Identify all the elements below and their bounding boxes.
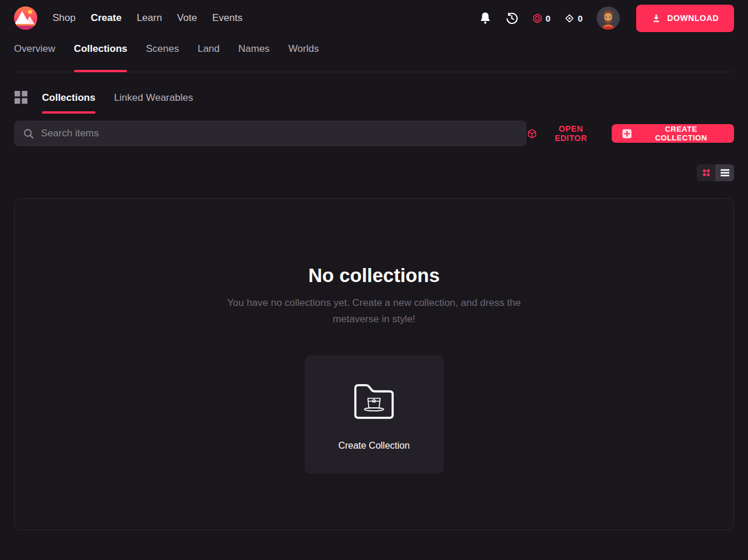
- collections-tabs-row: Collections Linked Wearables: [14, 92, 734, 114]
- page: Shop Create Learn Vote Events: [0, 0, 748, 560]
- download-button[interactable]: DOWNLOAD: [636, 5, 734, 32]
- tabs: Collections Linked Wearables: [42, 92, 193, 114]
- nav-item-events[interactable]: Events: [212, 12, 242, 24]
- top-navigation: Shop Create Learn Vote Events: [52, 12, 242, 24]
- mana-icon: [532, 13, 542, 23]
- download-icon: [651, 13, 661, 23]
- download-label: DOWNLOAD: [667, 13, 719, 23]
- mana-balance[interactable]: 0: [532, 13, 551, 23]
- nav-item-vote[interactable]: Vote: [177, 12, 197, 24]
- polygon-mana-balance[interactable]: 0: [564, 13, 583, 23]
- view-toggle-row: [14, 164, 734, 181]
- decentraland-logo-icon[interactable]: [14, 6, 37, 30]
- folder-hat-icon: [351, 382, 397, 423]
- search-and-actions-row: OPEN EDITOR CREATE COLLECTION: [14, 121, 734, 146]
- open-editor-button[interactable]: OPEN EDITOR: [527, 124, 600, 143]
- tab-linked-wearables[interactable]: Linked Wearables: [114, 92, 193, 114]
- polygon-mana-balance-value: 0: [578, 13, 583, 23]
- search-input[interactable]: [41, 128, 517, 139]
- subnav-item-worlds[interactable]: Worlds: [288, 43, 319, 72]
- view-mode-toggle: [697, 164, 734, 181]
- open-editor-label: OPEN EDITOR: [542, 124, 599, 143]
- list-view-icon: [720, 168, 730, 177]
- nav-item-shop[interactable]: Shop: [52, 12, 76, 24]
- plus-square-icon: [622, 129, 632, 139]
- cube-icon: [527, 128, 538, 139]
- list-view-button[interactable]: [715, 164, 734, 181]
- subnav-item-scenes[interactable]: Scenes: [146, 43, 179, 72]
- create-collection-card[interactable]: Create Collection: [305, 355, 444, 474]
- user-avatar[interactable]: [597, 6, 620, 30]
- subnav-item-collections[interactable]: Collections: [74, 43, 128, 72]
- activity-history-icon[interactable]: [505, 12, 518, 25]
- search-icon: [23, 128, 34, 139]
- nav-item-create[interactable]: Create: [91, 12, 122, 24]
- notifications-bell-icon[interactable]: [479, 12, 491, 24]
- collections-panel: No collections You have no collections y…: [14, 198, 734, 530]
- create-collection-label: CREATE COLLECTION: [638, 125, 724, 142]
- nav-item-learn[interactable]: Learn: [137, 12, 162, 24]
- subnav-item-names[interactable]: Names: [238, 43, 270, 72]
- subnav-item-overview[interactable]: Overview: [14, 43, 55, 72]
- builder-sub-navigation: Overview Collections Scenes Land Names W…: [14, 36, 734, 72]
- polygon-mana-icon: [564, 13, 574, 23]
- empty-state-title: No collections: [15, 265, 733, 287]
- create-collection-button[interactable]: CREATE COLLECTION: [612, 124, 734, 143]
- empty-state-description: You have no collections yet. Create a ne…: [227, 295, 521, 327]
- subnav-item-land[interactable]: Land: [197, 43, 220, 72]
- tab-collections[interactable]: Collections: [42, 92, 96, 114]
- topbar-right: 0 0: [479, 5, 734, 32]
- mana-balance-value: 0: [546, 13, 551, 23]
- grid-view-button[interactable]: [697, 164, 715, 181]
- grid-view-icon: [701, 168, 711, 178]
- top-bar: Shop Create Learn Vote Events: [14, 0, 734, 36]
- actions: OPEN EDITOR CREATE COLLECTION: [527, 124, 734, 143]
- grid-squares-icon: [14, 90, 28, 107]
- search-box[interactable]: [14, 121, 527, 146]
- create-collection-card-label: Create Collection: [338, 441, 410, 451]
